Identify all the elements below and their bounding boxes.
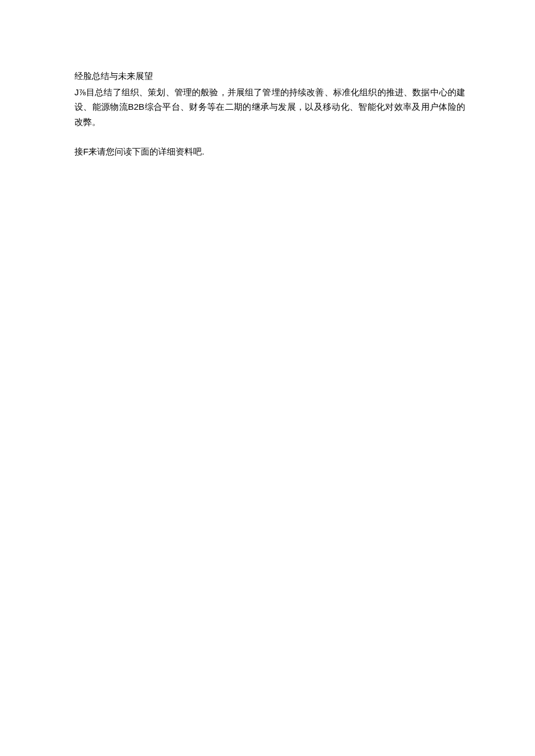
paragraph-spacer (74, 130, 465, 144)
body-paragraph-1: J⅞目总结了组织、策划、管理的般验，并展组了管埋的持续改善、标准化组织的推进、数… (74, 85, 465, 130)
section-heading: 经脸总结与未来展望 (74, 69, 465, 84)
body-paragraph-2: 接F来请您问读下面的详细资料吧. (74, 144, 465, 159)
